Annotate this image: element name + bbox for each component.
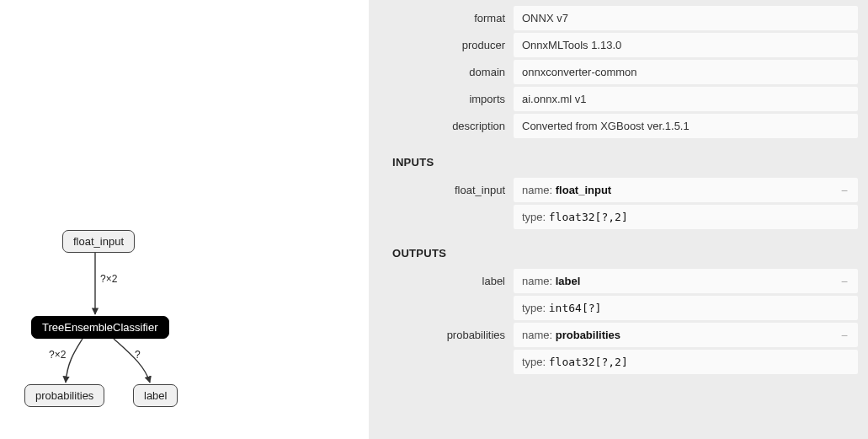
output-type-line: type: int64[?] — [514, 296, 858, 320]
output-name-value: probabilities — [556, 329, 620, 341]
property-key: producer — [379, 33, 514, 57]
property-row-producer: producer OnnxMLTools 1.13.0 — [379, 33, 858, 57]
collapse-icon[interactable]: − — [841, 184, 848, 197]
graph-canvas[interactable]: float_input ?×2 TreeEnsembleClassifier ?… — [0, 0, 369, 439]
graph-node-op[interactable]: TreeEnsembleClassifier — [31, 316, 169, 339]
output-row-label: label name: label − type: int64[?] — [379, 269, 858, 320]
output-type-value: float32[?,2] — [549, 356, 628, 368]
graph-node-label[interactable]: label — [133, 384, 178, 407]
output-row-probabilities: probabilities name: probabilities − type… — [379, 323, 858, 374]
output-name-value: label — [556, 275, 581, 287]
input-row-float-input: float_input name: float_input − type: fl… — [379, 178, 858, 229]
property-value: OnnxMLTools 1.13.0 — [514, 33, 858, 57]
property-value: Converted from XGBoost ver.1.5.1 — [514, 114, 858, 138]
output-type-line: type: float32[?,2] — [514, 350, 858, 374]
graph-node-op-label: TreeEnsembleClassifier — [42, 321, 158, 334]
field-label: type: — [522, 356, 549, 368]
property-key: imports — [379, 87, 514, 111]
graph-node-label-label: label — [144, 389, 167, 402]
graph-edge-label-op-label: ? — [135, 349, 141, 361]
property-row-description: description Converted from XGBoost ver.1… — [379, 114, 858, 138]
section-header-inputs: INPUTS — [369, 141, 868, 175]
output-key: probabilities — [379, 323, 514, 374]
field-label: type: — [522, 211, 549, 223]
property-value: ONNX v7 — [514, 6, 858, 30]
property-key: format — [379, 6, 514, 30]
graph-edge-label-op-prob: ?×2 — [49, 349, 66, 361]
output-name-line: name: label − — [514, 269, 858, 293]
property-value: onnxconverter-common — [514, 60, 858, 84]
property-key: description — [379, 114, 514, 138]
output-key: label — [379, 269, 514, 320]
collapse-icon[interactable]: − — [841, 275, 848, 288]
field-label: type: — [522, 302, 549, 314]
output-name-line: name: probabilities − — [514, 323, 858, 347]
field-label: name: — [522, 184, 556, 196]
input-name-line: name: float_input − — [514, 178, 858, 202]
graph-node-input[interactable]: float_input — [62, 230, 135, 253]
graph-edges — [0, 0, 369, 439]
section-header-outputs: OUTPUTS — [369, 232, 868, 266]
output-type-value: int64[?] — [549, 302, 602, 314]
property-row-domain: domain onnxconverter-common — [379, 60, 858, 84]
input-type-line: type: float32[?,2] — [514, 205, 858, 229]
property-key: domain — [379, 60, 514, 84]
graph-node-probabilities[interactable]: probabilities — [24, 384, 104, 407]
graph-edge-label-input-op: ?×2 — [100, 273, 117, 285]
collapse-icon[interactable]: − — [841, 329, 848, 342]
graph-node-probabilities-label: probabilities — [35, 389, 93, 402]
field-label: name: — [522, 275, 556, 287]
graph-node-input-label: float_input — [73, 235, 124, 248]
property-value: ai.onnx.ml v1 — [514, 87, 858, 111]
property-row-format: format ONNX v7 — [379, 6, 858, 30]
input-key: float_input — [379, 178, 514, 229]
field-label: name: — [522, 329, 556, 341]
input-type-value: float32[?,2] — [549, 211, 628, 223]
model-properties-panel: format ONNX v7 producer OnnxMLTools 1.13… — [369, 0, 868, 439]
input-name-value: float_input — [556, 184, 611, 196]
property-row-imports: imports ai.onnx.ml v1 — [379, 87, 858, 111]
